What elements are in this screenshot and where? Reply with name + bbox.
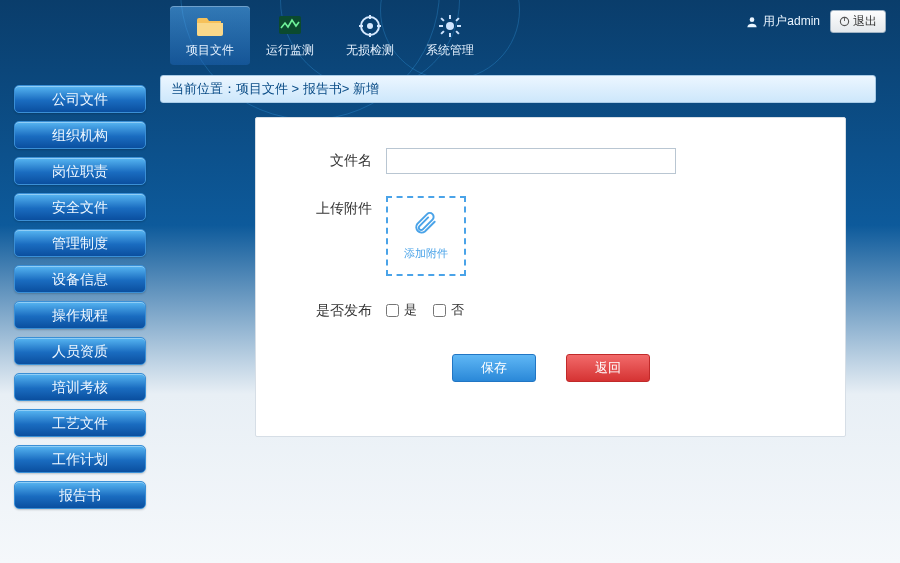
top-nav-project-files[interactable]: 项目文件 bbox=[170, 6, 250, 65]
back-button[interactable]: 返回 bbox=[566, 354, 650, 382]
svg-rect-5 bbox=[449, 33, 451, 37]
sidebar-item-report[interactable]: 报告书 bbox=[14, 481, 146, 509]
logout-button[interactable]: 退出 bbox=[830, 10, 886, 33]
sidebar-item-management-rules[interactable]: 管理制度 bbox=[14, 229, 146, 257]
sidebar-item-safety-files[interactable]: 安全文件 bbox=[14, 193, 146, 221]
sidebar-item-training-assessment[interactable]: 培训考核 bbox=[14, 373, 146, 401]
sidebar-item-company-files[interactable]: 公司文件 bbox=[14, 85, 146, 113]
svg-rect-11 bbox=[440, 30, 444, 34]
publish-yes-option[interactable]: 是 bbox=[386, 301, 417, 319]
upload-label: 上传附件 bbox=[296, 196, 386, 218]
top-nav-label: 项目文件 bbox=[186, 42, 234, 59]
monitor-icon bbox=[276, 14, 304, 38]
publish-no-checkbox[interactable] bbox=[433, 304, 446, 317]
filename-input[interactable] bbox=[386, 148, 676, 174]
top-nav-ndt[interactable]: 无损检测 bbox=[330, 6, 410, 65]
svg-point-2 bbox=[367, 23, 373, 29]
sidebar-item-org-structure[interactable]: 组织机构 bbox=[14, 121, 146, 149]
top-nav-system-manage[interactable]: 系统管理 bbox=[410, 6, 490, 65]
upload-box-label: 添加附件 bbox=[404, 246, 448, 261]
sidebar-item-work-plan[interactable]: 工作计划 bbox=[14, 445, 146, 473]
upload-attachment-box[interactable]: 添加附件 bbox=[386, 196, 466, 276]
top-nav-operation-monitor[interactable]: 运行监测 bbox=[250, 6, 330, 65]
publish-label: 是否发布 bbox=[296, 298, 386, 320]
svg-point-3 bbox=[446, 22, 454, 30]
target-icon bbox=[356, 14, 384, 38]
save-button[interactable]: 保存 bbox=[452, 354, 536, 382]
svg-rect-6 bbox=[439, 25, 443, 27]
power-icon bbox=[839, 16, 850, 27]
top-nav-label: 系统管理 bbox=[426, 42, 474, 59]
svg-rect-10 bbox=[455, 17, 459, 21]
header: 项目文件 运行监测 无损检测 系统管理 用户admin 退出 bbox=[0, 0, 900, 70]
publish-yes-checkbox[interactable] bbox=[386, 304, 399, 317]
sidebar-item-personnel-qualification[interactable]: 人员资质 bbox=[14, 337, 146, 365]
filename-label: 文件名 bbox=[296, 148, 386, 170]
top-nav-label: 运行监测 bbox=[266, 42, 314, 59]
user-label: 用户admin bbox=[745, 13, 820, 30]
publish-options: 是 否 bbox=[386, 298, 464, 319]
svg-rect-8 bbox=[440, 17, 444, 21]
action-row: 保存 返回 bbox=[296, 354, 805, 382]
paperclip-icon bbox=[413, 212, 439, 238]
folder-icon bbox=[196, 14, 224, 38]
top-nav-label: 无损检测 bbox=[346, 42, 394, 59]
svg-rect-4 bbox=[449, 15, 451, 19]
user-icon bbox=[745, 15, 759, 29]
user-area: 用户admin 退出 bbox=[745, 10, 886, 33]
svg-point-12 bbox=[750, 17, 755, 22]
top-nav: 项目文件 运行监测 无损检测 系统管理 bbox=[170, 6, 490, 65]
sidebar-item-process-files[interactable]: 工艺文件 bbox=[14, 409, 146, 437]
breadcrumb: 当前位置：项目文件 > 报告书> 新增 bbox=[160, 75, 876, 103]
sidebar-item-equipment-info[interactable]: 设备信息 bbox=[14, 265, 146, 293]
svg-rect-7 bbox=[457, 25, 461, 27]
form-panel: 文件名 上传附件 添加附件 是否发布 是 bbox=[255, 117, 846, 437]
publish-no-option[interactable]: 否 bbox=[433, 301, 464, 319]
main-content: 当前位置：项目文件 > 报告书> 新增 文件名 上传附件 添加附件 是否发布 bbox=[160, 75, 900, 563]
svg-rect-9 bbox=[455, 30, 459, 34]
sidebar: 公司文件 组织机构 岗位职责 安全文件 管理制度 设备信息 操作规程 人员资质 … bbox=[0, 75, 160, 563]
sidebar-item-job-duties[interactable]: 岗位职责 bbox=[14, 157, 146, 185]
sidebar-item-operation-procedure[interactable]: 操作规程 bbox=[14, 301, 146, 329]
gear-icon bbox=[436, 14, 464, 38]
svg-rect-14 bbox=[844, 17, 845, 21]
